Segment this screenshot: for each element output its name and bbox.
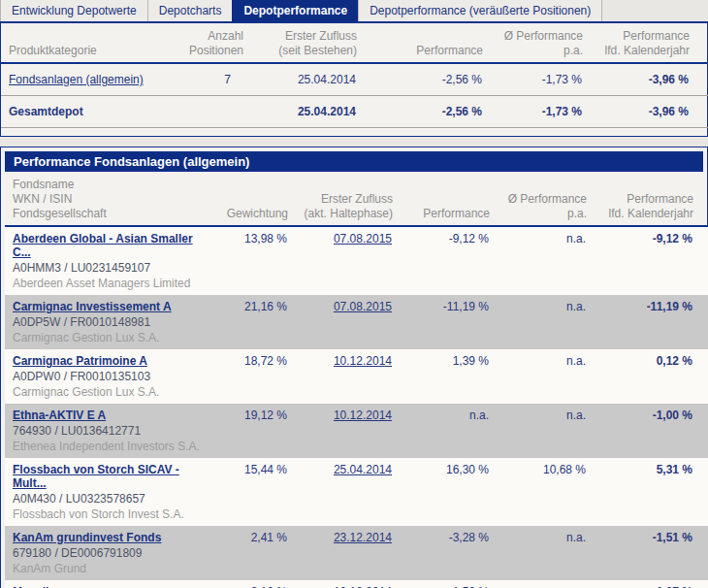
- summary-performance: -2,56 %: [357, 63, 483, 96]
- fund-wkn-isin: 679180 / DE0006791809: [13, 546, 208, 560]
- header-performance-pa: Ø Performance p.a.: [483, 23, 583, 63]
- fund-weight: 18,72 %: [209, 349, 288, 404]
- header-anzahl-positionen: Anzahl Positionen: [171, 23, 243, 63]
- header-spacer: [690, 23, 708, 63]
- fund-weight: 15,44 %: [209, 458, 288, 526]
- gesamtdepot-label: Gesamtdepot: [1, 96, 171, 128]
- summary-performance-ytd: -3,96 %: [583, 63, 690, 96]
- summary-row-gesamtdepot: Gesamtdepot 25.04.2014 -2,56 % -1,73 % -…: [1, 96, 708, 128]
- fund-company: Carmignac Gestion Lux S.A.: [13, 385, 208, 399]
- fund-performance-ytd: -1,51 %: [587, 526, 693, 580]
- fund-wkn-isin: A0DPW0 / FR0010135103: [13, 370, 208, 383]
- fund-row-flossbach: Flossbach von Storch SICAV - Mult... A0M…: [5, 458, 708, 526]
- summary-performance: -2,56 %: [357, 96, 483, 128]
- fund-name-link[interactable]: Carmignac Patrimoine A: [13, 354, 147, 368]
- fund-row-magellan: Magellan 577954 / FR0000292278 Comgest S…: [5, 580, 708, 588]
- funds-panel-title: Performance Fondsanlagen (allgemein): [5, 151, 703, 172]
- fund-performance-ytd: 5,31 %: [587, 458, 693, 526]
- summary-header-row: Produktkategorie Anzahl Positionen Erste…: [1, 23, 708, 63]
- fund-performance: 16,30 %: [393, 458, 490, 526]
- header-gewichtung: Gewichtung: [209, 172, 288, 226]
- fund-company: Aberdeen Asset Managers Limited: [13, 277, 208, 290]
- fund-company: Flossbach von Storch Invest S.A.: [13, 507, 208, 521]
- first-inflow-link[interactable]: 10.12.2014: [334, 354, 392, 368]
- fund-row-aberdeen: Aberdeen Global - Asian Smaller C... A0H…: [5, 226, 708, 295]
- header-spacer: [693, 172, 708, 226]
- fund-performance: n.a.: [393, 404, 490, 458]
- fund-performance-pa: n.a.: [490, 349, 587, 404]
- first-inflow-link[interactable]: 23.12.2014: [334, 531, 392, 544]
- summary-performance-ytd: -3,96 %: [583, 96, 690, 128]
- fund-row-kanam: KanAm grundinvest Fonds 679180 / DE00067…: [5, 526, 708, 580]
- summary-first-inflow: 25.04.2014: [243, 63, 357, 96]
- summary-count: [171, 96, 243, 128]
- funds-header-row: Fondsname WKN / ISIN Fondsgesellschaft G…: [5, 172, 708, 226]
- fund-company: KanAm Grund: [13, 562, 208, 575]
- tab-depotcharts[interactable]: Depotcharts: [147, 0, 234, 21]
- tab-entwicklung-depotwerte[interactable]: Entwicklung Depotwerte: [0, 0, 148, 21]
- fund-performance-ytd: -11,19 %: [587, 295, 693, 349]
- fund-performance: 1,52 %: [393, 580, 490, 588]
- header-performance-kalenderjahr: Performance lfd. Kalenderjahr: [587, 172, 693, 226]
- summary-panel: Produktkategorie Anzahl Positionen Erste…: [0, 23, 708, 137]
- fund-performance: 1,39 %: [393, 349, 490, 404]
- fund-performance-pa: n.a.: [490, 226, 587, 295]
- header-performance-kalenderjahr: Performance lfd. Kalenderjahr: [583, 23, 690, 63]
- fund-wkn-isin: A0DP5W / FR0010148981: [13, 315, 208, 329]
- summary-count: 7: [171, 63, 243, 96]
- header-performance-pa: Ø Performance p.a.: [490, 172, 587, 226]
- fund-weight: 2,41 %: [209, 526, 288, 580]
- fund-wkn-isin: A0M430 / LU0323578657: [13, 492, 208, 506]
- fund-company: Ethenea Independent Investors S.A.: [13, 440, 208, 453]
- first-inflow-link[interactable]: 07.08.2015: [334, 232, 392, 245]
- fund-performance: -9,12 %: [393, 226, 490, 295]
- fund-weight: 21,16 %: [209, 295, 288, 349]
- first-inflow-link[interactable]: 25.04.2014: [334, 463, 392, 476]
- summary-performance-pa: -1,73 %: [483, 96, 583, 128]
- fund-performance-ytd: -1,00 %: [587, 404, 693, 458]
- header-produktkategorie: Produktkategorie: [1, 23, 171, 63]
- summary-performance-pa: -1,73 %: [483, 63, 583, 96]
- fund-performance-ytd: -1,37 %: [587, 580, 693, 588]
- fund-performance: -11,19 %: [393, 295, 490, 349]
- fund-row-ethna-aktiv: Ethna-AKTIV E A 764930 / LU0136412771 Et…: [5, 404, 708, 458]
- header-erster-zufluss-haltephase: Erster Zufluss (akt. Haltephase): [288, 172, 393, 226]
- summary-table: Produktkategorie Anzahl Positionen Erste…: [1, 23, 708, 128]
- fund-wkn-isin: A0HMM3 / LU0231459107: [13, 261, 208, 275]
- fund-name-link[interactable]: Flossbach von Storch SICAV - Mult...: [13, 463, 179, 490]
- fund-weight: 19,12 %: [209, 404, 288, 458]
- summary-row-fondsanlagen: Fondsanlagen (allgemein) 7 25.04.2014 -2…: [1, 63, 708, 96]
- fund-weight: 9,16 %: [209, 580, 288, 588]
- fund-performance-pa: n.a.: [490, 580, 587, 588]
- fondsanlagen-link[interactable]: Fondsanlagen (allgemein): [9, 73, 144, 86]
- tab-bar: Entwicklung Depotwerte Depotcharts Depot…: [0, 0, 708, 23]
- fund-company: Carmignac Gestion Lux S.A.: [13, 331, 208, 344]
- fund-weight: 13,98 %: [209, 226, 288, 295]
- fund-name-link[interactable]: Aberdeen Global - Asian Smaller C...: [13, 232, 193, 259]
- fund-performance-pa: n.a.: [490, 404, 587, 458]
- fund-row-carmignac-patrimoine: Carmignac Patrimoine A A0DPW0 / FR001013…: [5, 349, 708, 404]
- header-erster-zufluss: Erster Zufluss (seit Bestehen): [243, 23, 357, 63]
- summary-panel-spacer: [1, 128, 707, 136]
- fund-name-link[interactable]: KanAm grundinvest Fonds: [13, 531, 161, 544]
- fund-performance-pa: 10,68 %: [490, 458, 587, 526]
- header-fondsname-wkn-isin: Fondsname WKN / ISIN Fondsgesellschaft: [5, 172, 209, 226]
- fund-performance-pa: n.a.: [490, 526, 587, 580]
- tab-depotperformance-veraeusserte-positionen[interactable]: Depotperformance (veräußerte Positionen): [358, 0, 602, 21]
- fund-performance-pa: n.a.: [490, 295, 587, 349]
- fund-name-link[interactable]: Ethna-AKTIV E A: [13, 408, 106, 422]
- tab-depotperformance[interactable]: Depotperformance: [232, 0, 359, 21]
- header-performance: Performance: [357, 23, 483, 63]
- fund-performance-ytd: 0,12 %: [587, 349, 693, 404]
- summary-first-inflow: 25.04.2014: [243, 96, 357, 128]
- first-inflow-link[interactable]: 10.12.2014: [334, 408, 392, 422]
- fund-row-carmignac-investissement: Carmignac Investissement A A0DP5W / FR00…: [5, 295, 708, 349]
- fund-name-link[interactable]: Carmignac Investissement A: [13, 300, 172, 313]
- header-performance: Performance: [393, 172, 490, 226]
- fund-performance-ytd: -9,12 %: [587, 226, 693, 295]
- fund-performance: -3,28 %: [393, 526, 490, 580]
- fund-wkn-isin: 764930 / LU0136412771: [13, 424, 208, 438]
- tab-bar-filler: [601, 0, 708, 21]
- first-inflow-link[interactable]: 07.08.2015: [334, 300, 392, 313]
- funds-panel: Performance Fondsanlagen (allgemein) Fon…: [0, 147, 708, 588]
